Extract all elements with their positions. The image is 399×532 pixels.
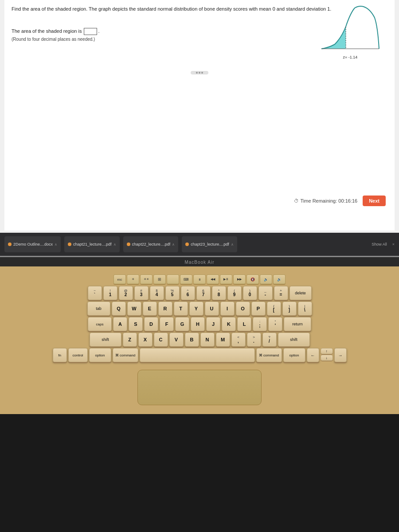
key-minus[interactable]: _- xyxy=(258,286,273,300)
key-f12[interactable]: 🔊 xyxy=(273,274,286,284)
key-g[interactable]: G xyxy=(175,317,189,331)
key-y[interactable]: Y xyxy=(189,301,203,316)
key-caps[interactable]: caps xyxy=(88,317,112,331)
key-e[interactable]: E xyxy=(143,301,157,316)
key-o[interactable]: O xyxy=(236,301,250,316)
chevron-down-icon-1: ∧ xyxy=(55,243,57,246)
key-1[interactable]: !1 xyxy=(103,286,117,300)
key-tab[interactable]: tab xyxy=(87,301,110,316)
key-f11[interactable]: 🔉 xyxy=(260,274,272,284)
key-backtick[interactable]: ~` xyxy=(88,286,102,300)
key-s[interactable]: S xyxy=(129,317,143,331)
key-x[interactable]: X xyxy=(138,332,153,347)
key-d[interactable]: D xyxy=(144,317,158,331)
key-z[interactable]: Z xyxy=(123,332,137,347)
key-option-left[interactable]: option xyxy=(89,348,111,362)
fn-row: esc ☀ ☀☀ ⊞ ⌨ ⏸ ◀◀ ▶⏸ ▶▶ 🔇 🔉 🔊 xyxy=(11,274,388,284)
key-f7[interactable]: ◀◀ xyxy=(207,274,219,284)
key-f3[interactable]: ⊞ xyxy=(153,274,166,284)
key-return[interactable]: return xyxy=(284,317,311,331)
chevron-down-icon-3: ∧ xyxy=(172,243,175,246)
key-b[interactable]: B xyxy=(185,332,199,347)
drag-handle[interactable] xyxy=(191,71,208,74)
key-rbracket[interactable]: }] xyxy=(282,301,297,316)
key-c[interactable]: C xyxy=(154,332,168,347)
taskbar-label-3: chapt22_lecture....pdf xyxy=(132,242,171,246)
key-comma[interactable]: <, xyxy=(231,332,246,347)
trackpad[interactable] xyxy=(137,370,262,405)
key-h[interactable]: H xyxy=(191,317,205,331)
key-arrow-right[interactable]: → xyxy=(334,348,347,362)
close-taskbar-button[interactable]: × xyxy=(392,242,395,246)
key-f[interactable]: F xyxy=(160,317,174,331)
key-2[interactable]: @2 xyxy=(119,286,133,300)
number-row: ~` !1 @2 #3 $4 %5 ^6 &7 *8 (9 )0 _- += d… xyxy=(11,286,388,300)
key-f8[interactable]: ▶⏸ xyxy=(220,274,232,284)
bottom-row: fn control option ⌘ command ⌘ command op… xyxy=(11,348,388,362)
key-equals[interactable]: += xyxy=(274,286,288,300)
key-esc[interactable]: esc xyxy=(113,274,126,284)
key-fn[interactable]: fn xyxy=(53,348,67,362)
key-arrow-down[interactable]: ↓ xyxy=(321,355,333,361)
key-command-left[interactable]: ⌘ command xyxy=(113,348,138,362)
key-shift-right[interactable]: shift xyxy=(278,332,310,347)
key-backslash[interactable]: |\ xyxy=(298,301,312,316)
key-f9[interactable]: ▶▶ xyxy=(233,274,246,284)
key-l[interactable]: L xyxy=(237,317,251,331)
key-arrow-left[interactable]: ← xyxy=(307,348,319,362)
key-f2[interactable]: ☀☀ xyxy=(140,274,153,284)
trackpad-area xyxy=(9,370,390,405)
key-w[interactable]: W xyxy=(127,301,141,316)
key-shift-left[interactable]: shift xyxy=(90,332,121,347)
key-arrow-up[interactable]: ↑ xyxy=(321,348,333,354)
macbook-label: MacBook Air xyxy=(0,257,399,266)
key-delete[interactable]: delete xyxy=(289,286,312,300)
key-7[interactable]: &7 xyxy=(196,286,211,300)
key-9[interactable]: (9 xyxy=(227,286,242,300)
key-option-right[interactable]: option xyxy=(283,348,305,362)
key-quote[interactable]: "' xyxy=(268,317,282,331)
next-button[interactable]: Next xyxy=(363,196,386,206)
dot3 xyxy=(201,72,203,74)
key-m[interactable]: M xyxy=(216,332,230,347)
bezel-bottom xyxy=(0,414,399,427)
show-all-button[interactable]: Show All xyxy=(372,242,387,246)
answer-input[interactable] xyxy=(84,28,97,35)
taskbar-item-pdf3[interactable]: chapt23_lecture....pdf ∧ xyxy=(182,236,237,252)
taskbar-label-1: 2Demo Outline....docx xyxy=(13,242,53,246)
key-f10[interactable]: 🔇 xyxy=(246,274,259,284)
key-command-right[interactable]: ⌘ command xyxy=(256,348,282,362)
taskbar-item-pdf2[interactable]: chapt22_lecture....pdf ∧ xyxy=(123,236,179,252)
key-f1[interactable]: ☀ xyxy=(127,274,139,284)
taskbar-item-pdf1[interactable]: chapt21_lecture....pdf ∧ xyxy=(64,236,120,252)
key-u[interactable]: U xyxy=(205,301,219,316)
key-q[interactable]: Q xyxy=(112,301,126,316)
key-ctrl[interactable]: control xyxy=(68,348,88,362)
key-p[interactable]: P xyxy=(251,301,266,316)
key-lbracket[interactable]: {[ xyxy=(267,301,281,316)
key-5[interactable]: %5 xyxy=(165,286,180,300)
key-j[interactable]: J xyxy=(206,317,220,331)
key-f4[interactable] xyxy=(167,274,179,284)
key-0[interactable]: )0 xyxy=(243,286,257,300)
key-t[interactable]: T xyxy=(174,301,188,316)
taskbar-dot-3 xyxy=(127,243,130,246)
key-space[interactable] xyxy=(140,348,255,362)
key-6[interactable]: ^6 xyxy=(181,286,195,300)
key-slash[interactable]: ?/ xyxy=(262,332,277,347)
key-n[interactable]: N xyxy=(200,332,215,347)
key-v[interactable]: V xyxy=(169,332,184,347)
key-3[interactable]: #3 xyxy=(134,286,149,300)
key-f5[interactable]: ⌨ xyxy=(180,274,192,284)
key-i[interactable]: I xyxy=(220,301,235,316)
key-8[interactable]: *8 xyxy=(212,286,226,300)
key-period[interactable]: >. xyxy=(247,332,261,347)
key-a[interactable]: A xyxy=(113,317,127,331)
key-f6[interactable]: ⏸ xyxy=(193,274,206,284)
key-semicolon[interactable]: :; xyxy=(253,317,267,331)
key-k[interactable]: K xyxy=(222,317,236,331)
timer-icon: ⏱ xyxy=(294,198,299,203)
key-r[interactable]: R xyxy=(158,301,172,316)
taskbar-item-docx[interactable]: 2Demo Outline....docx ∧ xyxy=(4,236,61,252)
key-4[interactable]: $4 xyxy=(150,286,164,300)
